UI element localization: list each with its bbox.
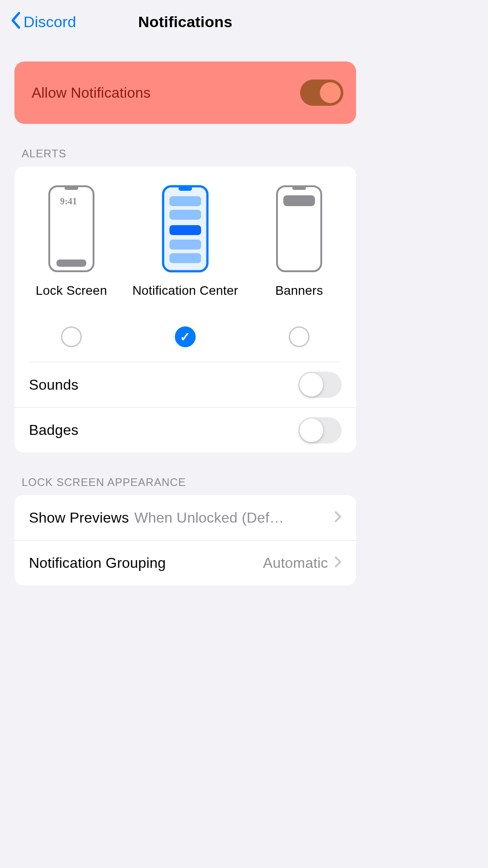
svg-rect-9 — [169, 240, 201, 250]
allow-notifications-toggle[interactable] — [300, 80, 343, 106]
back-label: Discord — [23, 13, 76, 31]
lock-appearance-header: Lock Screen Appearance — [0, 453, 371, 495]
svg-rect-6 — [169, 196, 201, 206]
page-title: Notifications — [138, 13, 233, 31]
lock-screen-phone-icon: 9:41 — [47, 184, 96, 274]
svg-rect-3 — [56, 259, 86, 267]
banners-phone-icon — [274, 184, 324, 274]
chevron-left-icon — [10, 11, 22, 33]
alert-option-check-lock-screen[interactable] — [61, 326, 82, 347]
svg-rect-5 — [178, 186, 192, 191]
show-previews-value: When Unlocked (Def… — [134, 509, 284, 526]
nav-bar: Discord Notifications — [0, 0, 371, 43]
notification-grouping-value: Automatic — [263, 555, 328, 571]
show-previews-label: Show Previews — [29, 509, 129, 526]
notification-grouping-label: Notification Grouping — [29, 555, 166, 571]
svg-rect-7 — [169, 210, 201, 220]
lock-appearance-card: Show Previews When Unlocked (Def… Notifi… — [14, 495, 356, 585]
alert-option-lock-screen[interactable]: 9:41 Lock Screen — [14, 184, 128, 358]
alert-option-check-notification-center[interactable]: ✓ — [175, 326, 196, 347]
sounds-label: Sounds — [29, 377, 79, 393]
show-previews-row[interactable]: Show Previews When Unlocked (Def… — [14, 495, 356, 540]
badges-toggle[interactable] — [298, 417, 342, 443]
notification-center-phone-icon — [160, 184, 210, 274]
allow-notifications-label: Allow Notifications — [32, 85, 150, 101]
sounds-toggle[interactable] — [298, 372, 342, 398]
alert-option-label: Lock Screen — [36, 281, 107, 319]
svg-rect-8 — [169, 225, 201, 235]
chevron-right-icon — [334, 509, 342, 526]
notification-grouping-row[interactable]: Notification Grouping Automatic — [14, 540, 356, 585]
alerts-card: 9:41 Lock Screen — [14, 166, 356, 453]
chevron-right-icon — [334, 555, 342, 571]
svg-rect-1 — [65, 186, 78, 190]
alert-option-check-banners[interactable] — [289, 326, 310, 347]
svg-rect-13 — [283, 195, 315, 206]
svg-rect-12 — [292, 186, 306, 190]
sounds-row[interactable]: Sounds — [14, 362, 356, 407]
svg-text:9:41: 9:41 — [60, 196, 77, 206]
alerts-header: Alerts — [0, 124, 371, 166]
alert-option-label: Banners — [275, 281, 323, 319]
badges-label: Badges — [29, 422, 79, 439]
allow-notifications-row[interactable]: Allow Notifications — [14, 61, 356, 124]
badges-row[interactable]: Badges — [14, 407, 356, 453]
alert-option-notification-center[interactable]: Notification Center ✓ — [128, 184, 242, 358]
back-button[interactable]: Discord — [5, 0, 82, 43]
svg-rect-10 — [169, 253, 201, 263]
alert-option-label: Notification Center — [132, 281, 238, 319]
alert-option-banners[interactable]: Banners — [242, 184, 356, 358]
